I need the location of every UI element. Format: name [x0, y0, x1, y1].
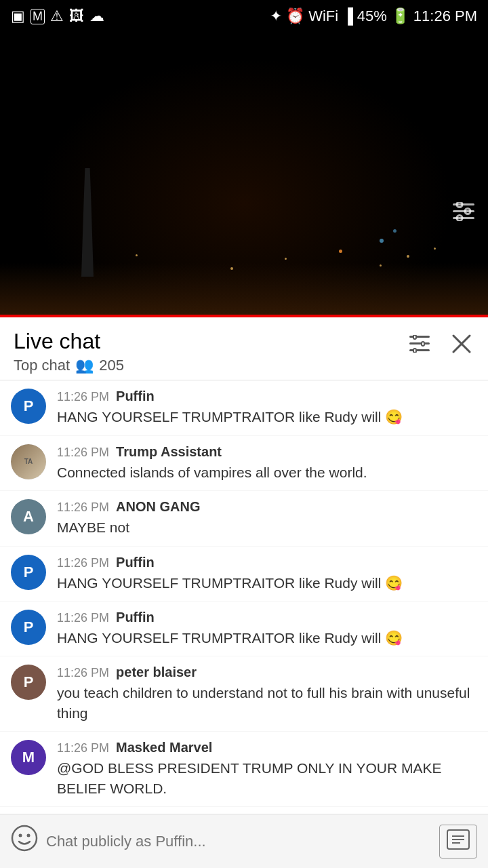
people-icon: 👥	[75, 357, 94, 374]
chat-message: P 11:26 PM Puffin HANG YOURSELF TRUMPTRA…	[0, 547, 488, 601]
message-content: 11:26 PM peter blaiser you teach childre…	[57, 665, 477, 723]
message-author: Puffin	[116, 555, 155, 570]
message-content: 11:26 PM Puffin HANG YOURSELF TRUMPTRAIT…	[57, 610, 477, 648]
message-text: HANG YOURSELF TRUMPTRAITOR like Rudy wil…	[57, 628, 477, 648]
message-meta: 11:26 PM Trump Assistant	[57, 444, 477, 460]
close-button[interactable]	[449, 331, 474, 361]
live-chat-header: Live chat Top chat 👥 205	[0, 317, 488, 380]
video-settings-icon[interactable]	[453, 202, 474, 226]
message-meta: 11:26 PM Masked Marvel	[57, 740, 477, 755]
cloud-icon: ☁	[89, 7, 104, 25]
avatar: P	[11, 665, 46, 700]
message-text: MAYBE not	[57, 517, 477, 537]
svg-rect-9	[413, 335, 416, 339]
top-chat-label: Top chat	[14, 357, 70, 374]
chat-input-bar	[0, 814, 488, 868]
message-author: Puffin	[116, 389, 155, 404]
video-player[interactable]	[0, 33, 488, 317]
avatar: P	[11, 610, 46, 645]
viewer-count: 205	[99, 357, 124, 374]
message-text: Connected islands of vampires all over t…	[57, 462, 477, 482]
signal-icon: ▐	[342, 7, 353, 25]
chat-message-list: P 11:26 PM Puffin HANG YOURSELF TRUMPTRA…	[0, 380, 488, 861]
svg-rect-7	[409, 342, 430, 344]
message-meta: 11:26 PM Puffin	[57, 389, 477, 404]
chat-sub-info[interactable]: Top chat 👥 205	[14, 357, 124, 374]
svg-point-15	[19, 834, 22, 837]
message-text: you teach children to understand not to …	[57, 683, 477, 723]
header-left: Live chat Top chat 👥 205	[14, 328, 124, 374]
video-progress-bar[interactable]	[0, 315, 488, 317]
message-content: 11:26 PM Masked Marvel @GOD BLESS PRESID…	[57, 740, 477, 798]
message-author: peter blaiser	[116, 665, 197, 680]
avatar: A	[11, 499, 46, 534]
alert-icon: ⚠	[50, 7, 64, 25]
file-icon: ▣	[11, 7, 25, 25]
alarm-icon: ⏰	[286, 7, 304, 25]
send-button[interactable]	[439, 825, 477, 859]
message-time: 11:26 PM	[57, 390, 109, 404]
message-meta: 11:26 PM Puffin	[57, 610, 477, 625]
message-time: 11:26 PM	[57, 446, 109, 460]
avatar: P	[11, 389, 46, 424]
chat-message: M 11:26 PM Masked Marvel @GOD BLESS PRES…	[0, 732, 488, 807]
message-content: 11:26 PM Puffin HANG YOURSELF TRUMPTRAIT…	[57, 555, 477, 593]
clock: 11:26 PM	[413, 7, 477, 25]
chat-message: A 11:26 PM ANON GANG MAYBE not	[0, 491, 488, 546]
avatar: P	[11, 555, 46, 590]
message-meta: 11:26 PM peter blaiser	[57, 665, 477, 680]
svg-rect-6	[409, 336, 430, 338]
chat-text-input[interactable]	[46, 833, 431, 850]
svg-rect-8	[409, 349, 430, 351]
live-chat-title: Live chat	[14, 328, 124, 354]
svg-point-16	[27, 834, 30, 837]
message-meta: 11:26 PM Puffin	[57, 555, 477, 570]
message-text: @GOD BLESS PRESIDENT TRUMP ONLY IN YOUR …	[57, 758, 477, 798]
avatar: M	[11, 740, 46, 775]
message-author: Masked Marvel	[116, 740, 212, 755]
status-icons-left: ▣ M ⚠ 🖼 ☁	[11, 7, 104, 25]
message-content: 11:26 PM ANON GANG MAYBE not	[57, 499, 477, 537]
emoji-button[interactable]	[11, 825, 38, 858]
chat-message: TA 11:26 PM Trump Assistant Connected is…	[0, 436, 488, 491]
battery-icon: 🔋	[391, 7, 409, 25]
svg-rect-10	[422, 342, 424, 346]
message-time: 11:26 PM	[57, 666, 109, 680]
bluetooth-icon: ✦	[270, 7, 282, 25]
chat-message: P 11:26 PM peter blaiser you teach child…	[0, 656, 488, 732]
message-author: Puffin	[116, 610, 155, 625]
message-author: ANON GANG	[116, 499, 200, 515]
status-bar: ▣ M ⚠ 🖼 ☁ ✦ ⏰ WiFi ▐ 45% 🔋 11:26 PM	[0, 0, 488, 33]
message-text: HANG YOURSELF TRUMPTRAITOR like Rudy wil…	[57, 573, 477, 593]
svg-point-14	[12, 826, 37, 850]
battery-level: 45%	[357, 7, 387, 25]
chat-message: P 11:26 PM Puffin HANG YOURSELF TRUMPTRA…	[0, 380, 488, 435]
message-time: 11:26 PM	[57, 556, 109, 570]
filter-button[interactable]	[407, 332, 432, 360]
message-content: 11:26 PM Puffin HANG YOURSELF TRUMPTRAIT…	[57, 389, 477, 427]
message-time: 11:26 PM	[57, 611, 109, 625]
message-time: 11:26 PM	[57, 741, 109, 755]
m-icon: M	[30, 9, 45, 24]
message-content: 11:26 PM Trump Assistant Connected islan…	[57, 444, 477, 482]
message-meta: 11:26 PM ANON GANG	[57, 499, 477, 515]
header-actions	[407, 331, 474, 361]
svg-rect-11	[413, 349, 416, 353]
chat-message: P 11:26 PM Puffin HANG YOURSELF TRUMPTRA…	[0, 601, 488, 656]
message-time: 11:26 PM	[57, 500, 109, 515]
image-icon: 🖼	[69, 7, 84, 25]
wifi-icon: WiFi	[308, 7, 338, 25]
message-text: HANG YOURSELF TRUMPTRAITOR like Rudy wil…	[57, 407, 477, 427]
status-icons-right: ✦ ⏰ WiFi ▐ 45% 🔋 11:26 PM	[270, 7, 477, 25]
message-author: Trump Assistant	[116, 444, 222, 460]
avatar: TA	[11, 444, 46, 479]
